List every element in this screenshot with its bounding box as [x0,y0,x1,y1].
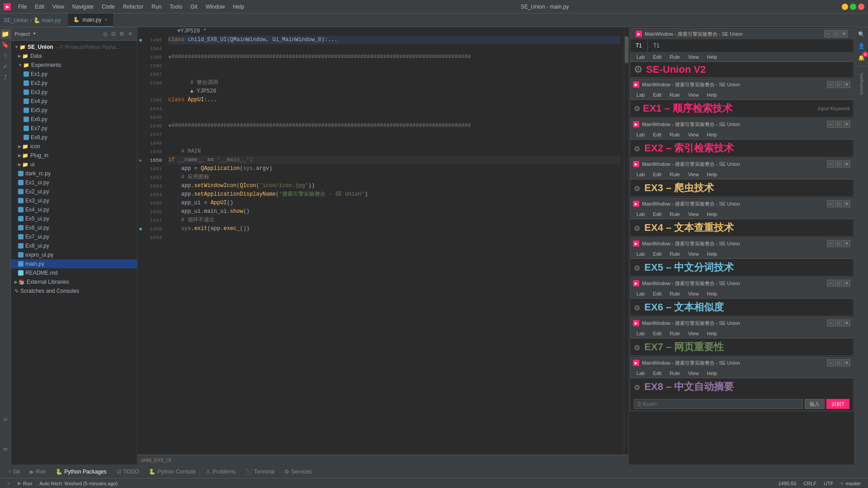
se-main-menu-help[interactable]: Help [703,54,721,60]
menu-navigate[interactable]: Navigate [69,2,97,11]
bottom-tab-terminal[interactable]: ⬛ Terminal [241,467,279,477]
project-dropdown-arrow[interactable]: ▼ [33,32,36,36]
scroll-thumb[interactable] [625,36,628,63]
tree-ex7-ui[interactable]: Ex7_ui.py [11,232,137,241]
se-ex3-menu-edit[interactable]: Edit [649,171,665,178]
settings-icon[interactable]: ⚙ [118,30,125,38]
se-ex6-minimize[interactable]: − [827,280,834,287]
menu-edit[interactable]: Edit [31,2,48,11]
se-main-close[interactable]: ✕ [840,30,848,38]
se-ex1-minimize[interactable]: − [827,81,834,88]
menu-git[interactable]: Git [187,2,201,11]
bottom-tab-services[interactable]: ⚙ Services [280,467,316,477]
se-ex3-close[interactable]: ✕ [843,160,850,168]
code-area[interactable]: ▼YJP520 * class child_EX8_UI(QMainWindow… [165,27,624,455]
se-ex3-maximize[interactable]: □ [835,160,842,168]
bottom-tab-console[interactable]: 🐍 Python Console [144,467,200,477]
tree-ex8[interactable]: Ex8.py [11,133,137,142]
se-main-maximize[interactable]: □ [832,30,840,38]
se-ex6-close[interactable]: ✕ [843,280,850,287]
se-ex1-menu-rule[interactable]: Rule [666,92,684,98]
bottom-tab-python-packages[interactable]: 🐍 Python Packages [51,467,111,477]
locate-icon[interactable]: ◎ [102,30,108,38]
breadcrumb-project[interactable]: SE_Union [4,17,28,23]
collapse-all-icon[interactable]: ⊟ [110,30,117,38]
editor-scrollbar[interactable] [624,27,628,455]
se-ex8-close[interactable]: ✕ [843,359,850,366]
se-ex5-menu-edit[interactable]: Edit [649,251,665,257]
se-ex5-menu-help[interactable]: Help [703,251,721,257]
se-ex2-maximize[interactable]: □ [835,121,842,128]
tree-experiments-folder[interactable]: ▼ 📁 Experiments [11,61,137,70]
bottom-tab-problems[interactable]: ⚠ Problems [201,467,240,477]
menu-file[interactable]: File [14,2,30,11]
tree-ex8-ui[interactable]: Ex8_ui.py [11,241,137,250]
se-ex6-menu-edit[interactable]: Edit [649,291,665,297]
se-ex3-minimize[interactable]: − [827,160,834,168]
se-ex5-maximize[interactable]: □ [835,240,842,247]
tree-ex5[interactable]: Ex5.py [11,106,137,115]
se-ex4-menu-lab[interactable]: Lab [633,211,648,217]
tree-ex3[interactable]: Ex3.py [11,88,137,97]
tree-ex2[interactable]: Ex2.py [11,79,137,88]
se-ex5-minimize[interactable]: − [827,240,834,247]
tree-icon-folder[interactable]: ▶ 📁 icon [11,142,137,151]
tree-ex1[interactable]: Ex1.py [11,70,137,79]
se-ex4-menu-view[interactable]: View [684,211,703,217]
se-main-minimize[interactable]: − [824,30,831,38]
bottom-tab-run[interactable]: ▶ Run [25,467,50,477]
tree-external-libs[interactable]: ▶ 📚 External Libraries [11,277,137,286]
se-ex5-menu-view[interactable]: View [684,251,703,257]
se-main-menu-view[interactable]: View [684,54,703,60]
tree-ex7[interactable]: Ex7.py [11,124,137,133]
se-ex7-close[interactable]: ✕ [843,319,850,327]
status-charset-item[interactable]: UTF [820,481,837,486]
hide-panel-icon[interactable]: ✕ [127,30,133,38]
left-icon-todo[interactable]: ✓ [0,61,10,71]
tree-ex5-ui[interactable]: Ex5_ui.py [11,214,137,223]
active-tab[interactable]: 🐍 main.py ✕ [68,14,113,27]
status-crlf-item[interactable]: CRLF [800,481,820,486]
left-icon-structure[interactable]: S [0,406,10,433]
se-ex1-menu-edit[interactable]: Edit [649,92,665,98]
se-ex7-minimize[interactable]: − [827,319,834,327]
tree-ex2-ui[interactable]: Ex2_ui.py [11,187,137,196]
tree-expro-ui[interactable]: expro_ui.py [11,250,137,259]
se-ex8-menu-edit[interactable]: Edit [649,370,665,376]
status-run-item[interactable]: ▶ Run [14,480,36,486]
se-ex3-menu-help[interactable]: Help [703,171,721,178]
se-ex2-menu-help[interactable]: Help [703,131,721,138]
tree-scratches[interactable]: ✎ Scratches and Consoles [11,286,137,296]
tree-main-py[interactable]: main.py [11,259,137,268]
tree-ex4-ui[interactable]: Ex4_ui.py [11,205,137,214]
se-ex6-menu-view[interactable]: View [684,291,703,297]
se-ex4-maximize[interactable]: □ [835,200,842,207]
se-ex7-menu-view[interactable]: View [684,330,703,337]
se-ex1-maximize[interactable]: □ [835,81,842,88]
se-ex6-menu-help[interactable]: Help [703,291,721,297]
maximize-button[interactable] [850,4,856,10]
tree-ex1-ui[interactable]: Ex1_ui.py [11,178,137,187]
se-ex7-menu-help[interactable]: Help [703,330,721,337]
left-icon-pullreq[interactable]: ⤴ [0,72,10,82]
tree-readme[interactable]: README.md [11,268,137,277]
tree-ex3-ui[interactable]: Ex3_ui.py [11,196,137,205]
se-ex8-recognize-button[interactable]: 识别T [826,399,849,409]
se-ex4-menu-edit[interactable]: Edit [649,211,665,217]
tree-ex6[interactable]: Ex6.py [11,115,137,124]
se-ex7-menu-edit[interactable]: Edit [649,330,665,337]
se-ex8-menu-help[interactable]: Help [703,370,721,376]
tree-root[interactable]: ▼ 📁 SE_Union – F:\Projects\Python Pycha.… [11,42,137,52]
se-ex4-close[interactable]: ✕ [843,200,850,207]
bottom-tab-todo[interactable]: ☑ TODO [112,467,143,477]
tree-plugin-folder[interactable]: ▶ 📁 Plug_in [11,151,137,160]
se-main-menu-lab[interactable]: Lab [633,54,648,60]
se-ex2-menu-edit[interactable]: Edit [649,131,665,138]
se-ex1-close[interactable]: ✕ [843,81,850,88]
se-ex4-menu-help[interactable]: Help [703,211,721,217]
menu-refactor[interactable]: Refactor [119,2,147,11]
left-icon-bookmark[interactable]: 🔖 [0,40,10,50]
se-ex8-menu-lab[interactable]: Lab [633,370,648,376]
tree-data-folder[interactable]: ▶ 📁 Data [11,52,137,61]
se-ex5-menu-lab[interactable]: Lab [633,251,648,257]
